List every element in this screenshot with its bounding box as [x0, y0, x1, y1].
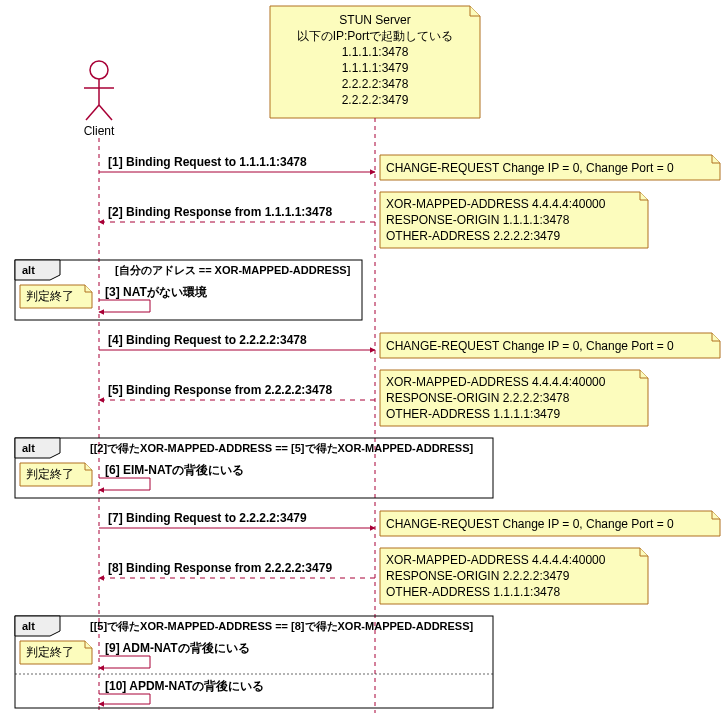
svg-text:判定終了: 判定終了 — [26, 289, 74, 303]
note-2: XOR-MAPPED-ADDRESS 4.4.4.4:40000 RESPONS… — [380, 192, 648, 248]
svg-line-3 — [86, 105, 99, 120]
msg-3-self — [99, 300, 150, 312]
svg-text:alt: alt — [22, 442, 35, 454]
svg-text:1.1.1.1:3478: 1.1.1.1:3478 — [342, 45, 409, 59]
msg-4-label: [4] Binding Request to 2.2.2.2:3478 — [108, 333, 307, 347]
note-4: CHANGE-REQUEST Change IP = 0, Change Por… — [380, 333, 720, 358]
svg-text:RESPONSE-ORIGIN 2.2.2.2:3479: RESPONSE-ORIGIN 2.2.2.2:3479 — [386, 569, 570, 583]
svg-text:以下のIP:Portで起動している: 以下のIP:Portで起動している — [297, 29, 454, 43]
svg-text:CHANGE-REQUEST Change IP = 0, : CHANGE-REQUEST Change IP = 0, Change Por… — [386, 161, 674, 175]
svg-text:[6] EIM-NATの背後にいる: [6] EIM-NATの背後にいる — [105, 463, 244, 477]
alt-block-2: alt [[2]で得たXOR-MAPPED-ADDRESS == [5]で得たX… — [15, 438, 493, 498]
msg-8-label: [8] Binding Response from 2.2.2.2:3479 — [108, 561, 332, 575]
note-8: XOR-MAPPED-ADDRESS 4.4.4.4:40000 RESPONS… — [380, 548, 648, 604]
svg-text:CHANGE-REQUEST Change IP = 0, : CHANGE-REQUEST Change IP = 0, Change Por… — [386, 517, 674, 531]
actor-client: Client — [84, 61, 115, 138]
client-label: Client — [84, 124, 115, 138]
note-1: CHANGE-REQUEST Change IP = 0, Change Por… — [380, 155, 720, 180]
msg-6-self — [99, 478, 150, 490]
msg-7-label: [7] Binding Request to 2.2.2.2:3479 — [108, 511, 307, 525]
alt-block-1: alt [自分のアドレス == XOR-MAPPED-ADDRESS] 判定終了… — [15, 260, 362, 320]
svg-text:2.2.2.2:3479: 2.2.2.2:3479 — [342, 93, 409, 107]
svg-text:判定終了: 判定終了 — [26, 467, 74, 481]
svg-text:alt: alt — [22, 620, 35, 632]
svg-point-0 — [90, 61, 108, 79]
sequence-diagram: Client STUN Server 以下のIP:Portで起動している 1.1… — [0, 0, 726, 713]
svg-text:2.2.2.2:3478: 2.2.2.2:3478 — [342, 77, 409, 91]
svg-text:XOR-MAPPED-ADDRESS 4.4.4.4:400: XOR-MAPPED-ADDRESS 4.4.4.4:40000 — [386, 197, 606, 211]
note-5: XOR-MAPPED-ADDRESS 4.4.4.4:40000 RESPONS… — [380, 370, 648, 426]
svg-text:OTHER-ADDRESS 1.1.1.1:3478: OTHER-ADDRESS 1.1.1.1:3478 — [386, 585, 560, 599]
svg-text:[10] APDM-NATの背後にいる: [10] APDM-NATの背後にいる — [105, 679, 264, 693]
svg-text:[自分のアドレス == XOR-MAPPED-ADDRESS: [自分のアドレス == XOR-MAPPED-ADDRESS] — [115, 264, 351, 276]
server-title: STUN Server — [339, 13, 410, 27]
svg-text:CHANGE-REQUEST Change IP = 0, : CHANGE-REQUEST Change IP = 0, Change Por… — [386, 339, 674, 353]
svg-text:[[5]で得たXOR-MAPPED-ADDRESS == [: [[5]で得たXOR-MAPPED-ADDRESS == [8]で得たXOR-M… — [90, 620, 474, 632]
svg-text:XOR-MAPPED-ADDRESS 4.4.4.4:400: XOR-MAPPED-ADDRESS 4.4.4.4:40000 — [386, 375, 606, 389]
svg-text:XOR-MAPPED-ADDRESS 4.4.4.4:400: XOR-MAPPED-ADDRESS 4.4.4.4:40000 — [386, 553, 606, 567]
msg-9-self — [99, 656, 150, 668]
msg-2-label: [2] Binding Response from 1.1.1.1:3478 — [108, 205, 332, 219]
svg-text:[[2]で得たXOR-MAPPED-ADDRESS == [: [[2]で得たXOR-MAPPED-ADDRESS == [5]で得たXOR-M… — [90, 442, 474, 454]
alt-block-3: alt [[5]で得たXOR-MAPPED-ADDRESS == [8]で得たX… — [15, 616, 493, 708]
svg-text:1.1.1.1:3479: 1.1.1.1:3479 — [342, 61, 409, 75]
note-7: CHANGE-REQUEST Change IP = 0, Change Por… — [380, 511, 720, 536]
participant-server: STUN Server 以下のIP:Portで起動している 1.1.1.1:34… — [270, 6, 480, 118]
svg-text:alt: alt — [22, 264, 35, 276]
svg-text:OTHER-ADDRESS 2.2.2.2:3479: OTHER-ADDRESS 2.2.2.2:3479 — [386, 229, 560, 243]
svg-text:[3] NATがない環境: [3] NATがない環境 — [105, 285, 208, 299]
svg-text:判定終了: 判定終了 — [26, 645, 74, 659]
msg-1-label: [1] Binding Request to 1.1.1.1:3478 — [108, 155, 307, 169]
msg-10-self — [99, 694, 150, 704]
svg-text:RESPONSE-ORIGIN 1.1.1.1:3478: RESPONSE-ORIGIN 1.1.1.1:3478 — [386, 213, 570, 227]
svg-text:RESPONSE-ORIGIN 2.2.2.2:3478: RESPONSE-ORIGIN 2.2.2.2:3478 — [386, 391, 570, 405]
svg-text:[9] ADM-NATの背後にいる: [9] ADM-NATの背後にいる — [105, 641, 250, 655]
svg-text:OTHER-ADDRESS 1.1.1.1:3479: OTHER-ADDRESS 1.1.1.1:3479 — [386, 407, 560, 421]
svg-line-4 — [99, 105, 112, 120]
msg-5-label: [5] Binding Response from 2.2.2.2:3478 — [108, 383, 332, 397]
